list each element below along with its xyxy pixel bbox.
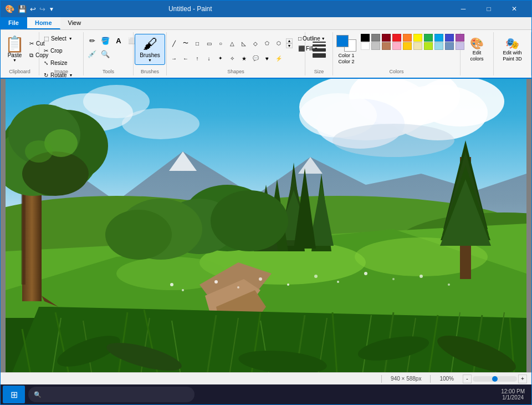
right-triangle-shape[interactable]: ◺: [239, 39, 249, 48]
color-swatch[interactable]: [424, 34, 433, 42]
color-swatch[interactable]: [434, 42, 443, 50]
heart-shape[interactable]: ♥: [262, 54, 272, 63]
color-picker-tool[interactable]: 💉: [86, 48, 98, 60]
color-swatch[interactable]: [424, 42, 433, 50]
svg-point-66: [364, 272, 367, 275]
clipboard-group: 📋 Paste ▼ ✂ Cut ⧉ Copy Clipboard: [1, 32, 39, 75]
color-swatch[interactable]: [413, 34, 422, 42]
color-swatch[interactable]: [445, 34, 454, 42]
tab-home[interactable]: Home: [27, 17, 60, 29]
color-swatch[interactable]: [371, 34, 380, 42]
palette-row1: [361, 34, 466, 42]
qat-undo[interactable]: ↩: [30, 5, 36, 13]
callout-shape[interactable]: 💬: [250, 54, 260, 63]
pencil-tool[interactable]: ✏: [86, 34, 98, 47]
star5-shape[interactable]: ★: [239, 54, 249, 63]
rounded-rect-shape[interactable]: ▭: [204, 39, 214, 48]
tab-file[interactable]: File: [1, 17, 27, 29]
color-swatch[interactable]: [413, 42, 422, 50]
color1-box[interactable]: [336, 35, 349, 47]
qat-save[interactable]: 💾: [18, 5, 27, 13]
crop-button[interactable]: ✂ Crop: [42, 44, 86, 57]
edit-paint3d-button[interactable]: 🎭 Edit with Paint 3D: [496, 36, 529, 63]
size-widget[interactable]: [310, 39, 328, 60]
color-swatch[interactable]: [382, 34, 391, 42]
color-swatch[interactable]: [361, 34, 370, 42]
4arrow-shape[interactable]: ✦: [216, 54, 226, 63]
diamond-shape[interactable]: ◇: [250, 39, 260, 48]
color-swatch[interactable]: [392, 42, 401, 50]
shapes-scroll-up[interactable]: ▲: [286, 38, 293, 43]
select-label: Select: [51, 36, 66, 42]
svg-point-67: [392, 278, 395, 280]
color-swatch[interactable]: [403, 42, 412, 50]
shapes-scroll-down[interactable]: ▼: [286, 43, 293, 48]
zoom-slider[interactable]: [473, 376, 517, 382]
color-swatch[interactable]: [382, 42, 391, 50]
colors-group: Color 1 Color 2 Colors: [333, 32, 461, 75]
qat-redo[interactable]: ↪: [39, 5, 45, 13]
select-button[interactable]: ⬚ Select ▼: [42, 32, 86, 44]
paint3d-label: Edit with Paint 3D: [499, 50, 525, 62]
color-swatch[interactable]: [392, 34, 401, 42]
canvas-area[interactable]: [1, 79, 531, 372]
svg-point-61: [237, 286, 239, 288]
color-swatch[interactable]: [371, 42, 380, 50]
zoom-tool[interactable]: 🔍: [99, 48, 111, 60]
ellipse-shape[interactable]: ○: [216, 39, 226, 48]
size-label: Size: [305, 69, 332, 74]
image-group: ⬚ Select ▼ ✂ Crop ⤡ Resize ↻ Rotate ▼: [39, 32, 84, 75]
taskbar-start[interactable]: ⊞: [3, 386, 25, 403]
rect-shape[interactable]: □: [192, 39, 202, 48]
brushes-group-label: Brushes: [134, 69, 166, 74]
zoom-label: 100%: [439, 376, 454, 382]
arrow-right-shape[interactable]: →: [169, 54, 179, 63]
title-bar: 🎨 💾 ↩ ↪ ▼ Untitled - Paint ─ □ ✕: [1, 1, 531, 17]
line-shape[interactable]: ╱: [169, 39, 179, 48]
resize-button[interactable]: ⤡ Resize: [42, 57, 86, 69]
close-button[interactable]: ✕: [502, 1, 527, 17]
size-line-4: [313, 53, 326, 58]
curve-shape[interactable]: 〜: [181, 39, 191, 48]
pentagon-shape[interactable]: ⬠: [262, 39, 272, 48]
edit-colors-group: 🎨 Edit colors: [461, 32, 494, 75]
window-controls: ─ □ ✕: [451, 1, 527, 17]
arrow-down-shape[interactable]: ↓: [204, 54, 214, 63]
status-bar: 940 × 588px 100% - +: [1, 372, 531, 384]
svg-point-7: [332, 124, 454, 157]
fill-tool[interactable]: 🪣: [99, 34, 111, 47]
arrow-left-shape[interactable]: ←: [181, 54, 191, 63]
maximize-button[interactable]: □: [476, 1, 502, 17]
color-swatch[interactable]: [445, 42, 454, 50]
tab-view[interactable]: View: [60, 17, 90, 29]
minimize-button[interactable]: ─: [451, 1, 476, 17]
svg-point-58: [170, 283, 173, 286]
color-swatch[interactable]: [434, 34, 443, 42]
shapes-grid-top: ╱ 〜 □ ▭ ○ △ ◺ ◇ ⬠ ⬡: [169, 39, 285, 48]
zoom-in-button[interactable]: +: [518, 374, 527, 383]
shapes-scroll: ▲ ▼: [286, 38, 293, 48]
brushes-button[interactable]: 🖌 Brushes ▼: [135, 34, 165, 65]
triangle-shape[interactable]: △: [227, 39, 237, 48]
search-bar[interactable]: 🔍: [28, 387, 195, 402]
search-icon: 🔍: [34, 391, 42, 398]
color-swatch[interactable]: [361, 42, 370, 50]
hexagon-shape[interactable]: ⬡: [274, 39, 284, 48]
qat-customize[interactable]: ▼: [49, 6, 54, 12]
color-swatch[interactable]: [403, 34, 412, 42]
lightning-shape[interactable]: ⚡: [274, 54, 284, 63]
star4-shape[interactable]: ✧: [227, 54, 237, 63]
arrow-up-shape[interactable]: ↑: [192, 54, 202, 63]
edit-colors-button[interactable]: 🎨 Edit colors: [463, 36, 491, 63]
paste-button[interactable]: 📋 Paste ▼: [3, 36, 27, 63]
text-tool[interactable]: A: [112, 34, 125, 47]
window-title-text: Untitled - Paint: [168, 5, 212, 13]
svg-point-55: [211, 190, 288, 251]
brushes-dropdown: ▼: [148, 58, 152, 62]
zoom-out-button[interactable]: -: [463, 374, 472, 383]
shapes-label: Shapes: [167, 69, 305, 74]
size-line-3: [313, 48, 326, 52]
canvas-image[interactable]: [6, 79, 526, 372]
cut-icon: ✂: [29, 40, 34, 47]
shapes-row1: ╱ 〜 □ ▭ ○ △ ◺ ◇ ⬠ ⬡ ▲ ▼: [169, 34, 303, 53]
